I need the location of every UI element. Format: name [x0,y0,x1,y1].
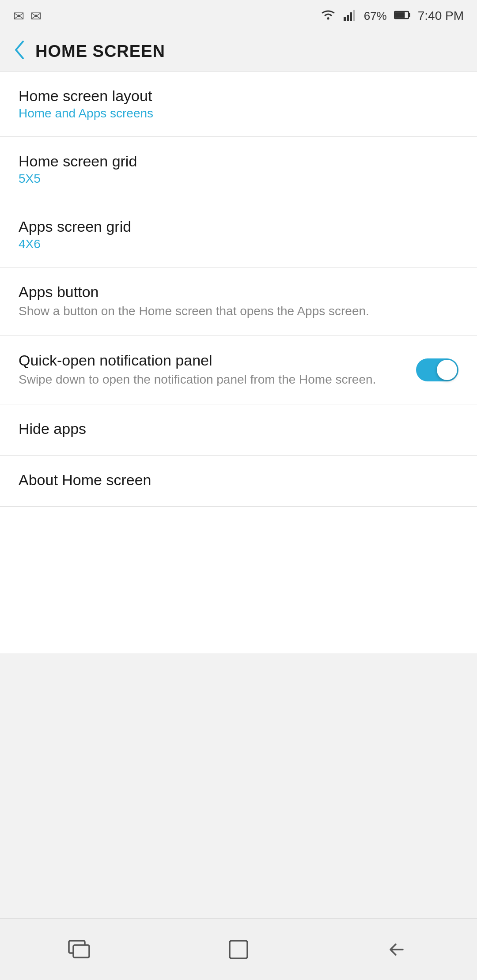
svg-rect-7 [395,12,405,18]
setting-title: About Home screen [19,471,458,489]
back-arrow-icon [387,941,408,958]
setting-title: Quick-open notification panel [19,352,416,369]
setting-subtitle: 5X5 [19,172,458,186]
setting-title: Home screen layout [19,87,458,105]
nav-back-button[interactable] [371,932,424,967]
setting-subtitle: 4X6 [19,237,458,251]
svg-rect-10 [230,941,247,958]
setting-text: Apps screen grid 4X6 [19,218,458,251]
svg-rect-2 [347,15,349,21]
settings-list: Home screen layout Home and Apps screens… [0,72,477,653]
setting-title: Apps button [19,283,458,301]
header: HOME SCREEN [0,32,477,72]
setting-text: Home screen layout Home and Apps screens [19,87,458,121]
setting-quick-open-notification[interactable]: Quick-open notification panel Swipe down… [0,336,477,404]
nav-bar [0,918,477,980]
toggle-quick-open[interactable] [416,358,458,381]
status-bar-left: ✉ ✉ [13,8,42,24]
svg-rect-9 [73,945,89,957]
nav-home-button[interactable] [212,932,265,967]
svg-rect-3 [350,12,352,21]
setting-description: Show a button on the Home screen that op… [19,302,458,320]
setting-apps-screen-grid[interactable]: Apps screen grid 4X6 [0,202,477,268]
svg-rect-6 [409,13,410,17]
setting-text: Hide apps [19,420,458,439]
nav-recents-button[interactable] [53,932,106,967]
svg-rect-4 [353,10,355,21]
setting-home-screen-layout[interactable]: Home screen layout Home and Apps screens [0,72,477,137]
setting-description: Swipe down to open the notification pane… [19,371,416,388]
svg-rect-1 [344,17,346,21]
page-title: HOME SCREEN [35,42,165,61]
toggle-knob [437,360,457,380]
setting-home-screen-grid[interactable]: Home screen grid 5X5 [0,137,477,202]
email-icon: ✉ [30,8,42,24]
setting-apps-button[interactable]: Apps button Show a button on the Home sc… [0,268,477,336]
status-bar: ✉ ✉ 67% [0,0,477,32]
setting-title: Apps screen grid [19,218,458,235]
gmail-icon: ✉ [13,8,24,24]
setting-hide-apps[interactable]: Hide apps [0,404,477,456]
recents-icon [68,940,91,959]
setting-text: Quick-open notification panel Swipe down… [19,352,416,388]
back-button[interactable] [13,40,26,63]
setting-text: Home screen grid 5X5 [19,153,458,186]
wifi-icon [320,8,337,24]
battery-icon [394,9,411,23]
setting-title: Home screen grid [19,153,458,170]
setting-text: About Home screen [19,471,458,490]
setting-subtitle: Home and Apps screens [19,106,458,121]
setting-text: Apps button Show a button on the Home sc… [19,283,458,320]
setting-title: Hide apps [19,420,458,437]
svg-point-0 [327,17,329,19]
home-icon [228,939,249,960]
setting-about-home-screen[interactable]: About Home screen [0,456,477,507]
status-bar-right: 67% 7:40 PM [320,8,464,24]
time-display: 7:40 PM [418,9,464,23]
signal-icon [344,8,357,24]
battery-percent: 67% [364,9,387,23]
empty-area [0,653,477,918]
